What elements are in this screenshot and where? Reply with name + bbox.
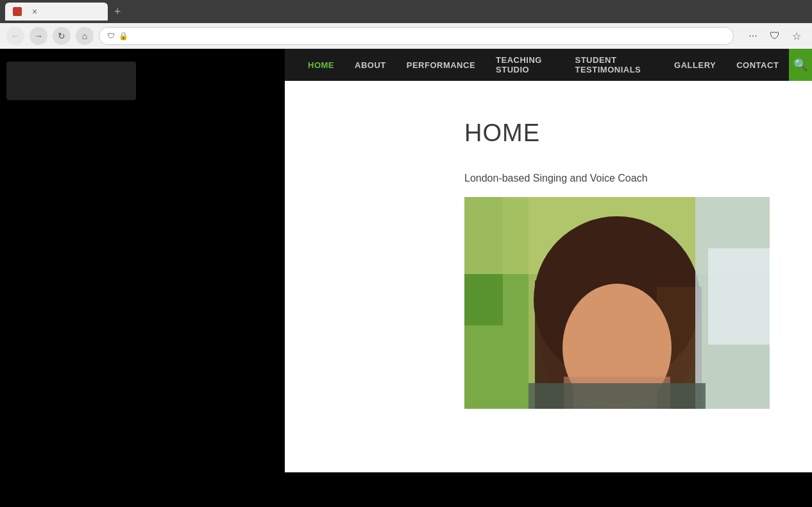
logo-placeholder [6, 62, 136, 100]
home-button[interactable]: ⌂ [76, 27, 94, 45]
shield-icon: 🛡 [107, 31, 115, 40]
nav-contact[interactable]: CONTACT [726, 49, 789, 81]
back-button[interactable]: ← [6, 27, 24, 45]
forward-button[interactable]: → [30, 27, 47, 45]
active-tab[interactable]: × [5, 3, 108, 21]
new-tab-button[interactable]: + [108, 5, 128, 19]
reload-button[interactable]: ↻ [53, 27, 71, 45]
forward-icon: → [34, 31, 43, 41]
site-navigation: HOME ABOUT PERFORMANCE TEACHING STUDIO S… [285, 49, 812, 81]
main-content: HOME London-based Singing and Voice Coac… [285, 81, 812, 472]
toolbar-icons: ··· 🛡 ☆ [744, 27, 806, 45]
back-icon: ← [11, 31, 20, 41]
website-content: HOME ABOUT PERFORMANCE TEACHING STUDIO S… [285, 49, 812, 472]
search-icon: 🔍 [793, 58, 808, 72]
nav-search-button[interactable]: 🔍 [789, 49, 812, 81]
lock-icon: 🔒 [119, 31, 128, 40]
bookmark-icon: ☆ [792, 30, 801, 42]
nav-home[interactable]: HOME [298, 49, 344, 81]
reload-icon: ↻ [58, 31, 65, 41]
tab-bar: × + [0, 0, 812, 23]
subtitle-text: London-based Singing and Voice Coach [464, 173, 786, 184]
profile-photo-svg [464, 197, 770, 409]
bookmark-button[interactable]: ☆ [788, 27, 806, 45]
left-sidebar [0, 49, 142, 472]
nav-gallery[interactable]: GALLERY [664, 49, 726, 81]
shield-security-icon: 🛡 [770, 30, 780, 42]
nav-about[interactable]: ABOUT [344, 49, 396, 81]
more-button[interactable]: ··· [744, 27, 762, 45]
tab-close-button[interactable]: × [32, 6, 37, 17]
svg-rect-15 [464, 197, 770, 409]
address-bar-row: ← → ↻ ⌂ 🛡 🔒 ··· 🛡 ☆ [0, 23, 812, 49]
site-logo-area [0, 55, 142, 107]
profile-photo [464, 197, 770, 409]
address-box[interactable]: 🛡 🔒 [99, 27, 734, 45]
nav-student-testimonials[interactable]: STUDENT TESTIMONIALS [565, 49, 664, 81]
tab-favicon [13, 7, 22, 16]
shield-security-button[interactable]: 🛡 [766, 27, 784, 45]
home-icon: ⌂ [82, 31, 87, 41]
page-title: HOME [464, 119, 786, 147]
more-icon: ··· [749, 30, 757, 42]
nav-performance[interactable]: PERFORMANCE [396, 49, 486, 81]
nav-teaching-studio[interactable]: TEACHING STUDIO [486, 49, 564, 81]
url-input[interactable] [132, 31, 725, 41]
page-wrapper: HOME ABOUT PERFORMANCE TEACHING STUDIO S… [0, 49, 812, 472]
